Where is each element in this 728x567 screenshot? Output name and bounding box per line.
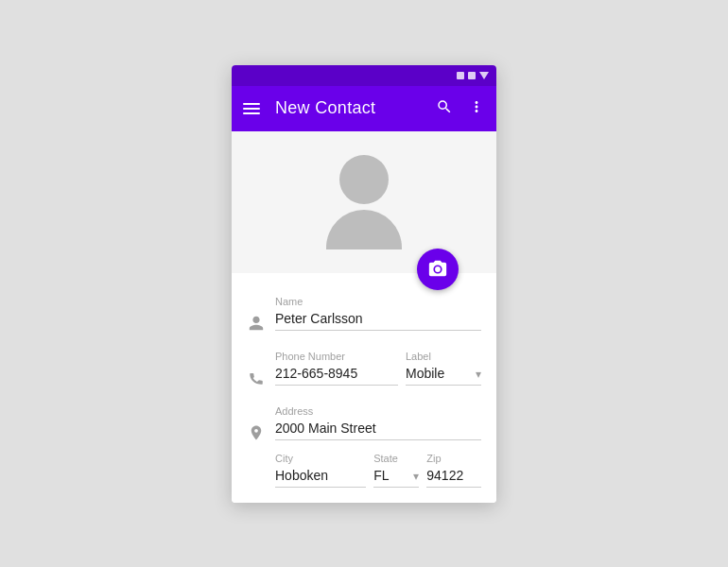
name-input[interactable] — [275, 309, 481, 331]
location-icon — [247, 424, 266, 441]
phone-input-group: Phone Number — [275, 351, 398, 386]
phone-field-row: Phone Number Label Mobile Home Work — [247, 351, 481, 387]
address-field-row: Address — [247, 405, 481, 441]
search-icon[interactable] — [436, 98, 453, 118]
camera-fab-button[interactable] — [417, 249, 459, 290]
app-bar: New Contact — [232, 86, 496, 131]
avatar-body — [326, 210, 402, 249]
status-bar — [232, 65, 496, 86]
state-input-group: State FL CA NY TX — [373, 453, 419, 488]
phone-type-select[interactable]: Mobile Home Work Other — [406, 364, 481, 386]
phone-type-wrap: Label Mobile Home Work Other — [406, 351, 481, 386]
phone-field-content: Phone Number Label Mobile Home Work — [275, 351, 481, 386]
page-title: New Contact — [275, 98, 421, 118]
status-icon-2 — [468, 72, 476, 79]
avatar-section — [232, 131, 496, 273]
zip-input[interactable] — [426, 466, 481, 488]
status-icon-1 — [457, 72, 464, 79]
name-label: Name — [275, 296, 481, 307]
menu-icon[interactable] — [243, 103, 260, 114]
state-select[interactable]: FL CA NY TX — [373, 466, 419, 488]
address-input-group: Address — [275, 405, 481, 440]
city-state-zip-row: City State FL CA NY TX — [247, 453, 481, 488]
address-label: Address — [275, 405, 481, 417]
zip-label: Zip — [426, 453, 481, 464]
phone-label-row: Phone Number Label Mobile Home Work — [275, 351, 481, 386]
form-section: Name Phone Number — [232, 273, 496, 503]
phone-type-select-wrapper: Mobile Home Work Other — [406, 364, 481, 386]
phone-field-wrap: Phone Number — [275, 351, 398, 386]
city-input[interactable] — [275, 466, 366, 488]
state-label: State — [373, 453, 419, 464]
phone-icon — [247, 369, 266, 387]
name-field-content: Name — [275, 296, 481, 331]
avatar-head — [339, 155, 389, 204]
state-wrap: State FL CA NY TX — [373, 453, 419, 488]
status-icon-triangle — [479, 72, 489, 79]
city-wrap: City — [275, 453, 366, 488]
state-select-wrapper: FL CA NY TX — [373, 466, 419, 488]
person-icon — [247, 315, 266, 332]
more-icon[interactable] — [468, 98, 485, 118]
zip-input-group: Zip — [426, 453, 481, 488]
phone-input[interactable] — [275, 364, 398, 386]
name-input-group: Name — [275, 296, 481, 331]
phone-label: Phone Number — [275, 351, 398, 362]
avatar — [326, 155, 402, 249]
name-field-row: Name — [247, 296, 481, 332]
city-input-group: City — [275, 453, 366, 488]
zip-wrap: Zip — [426, 453, 481, 488]
address-input[interactable] — [275, 419, 481, 440]
phone-frame: New Contact — [232, 65, 496, 503]
camera-icon — [427, 259, 448, 280]
address-field-content: Address — [275, 405, 481, 440]
phone-type-group: Label Mobile Home Work Other — [406, 351, 481, 386]
city-label: City — [275, 453, 366, 464]
phone-type-label: Label — [406, 351, 481, 362]
